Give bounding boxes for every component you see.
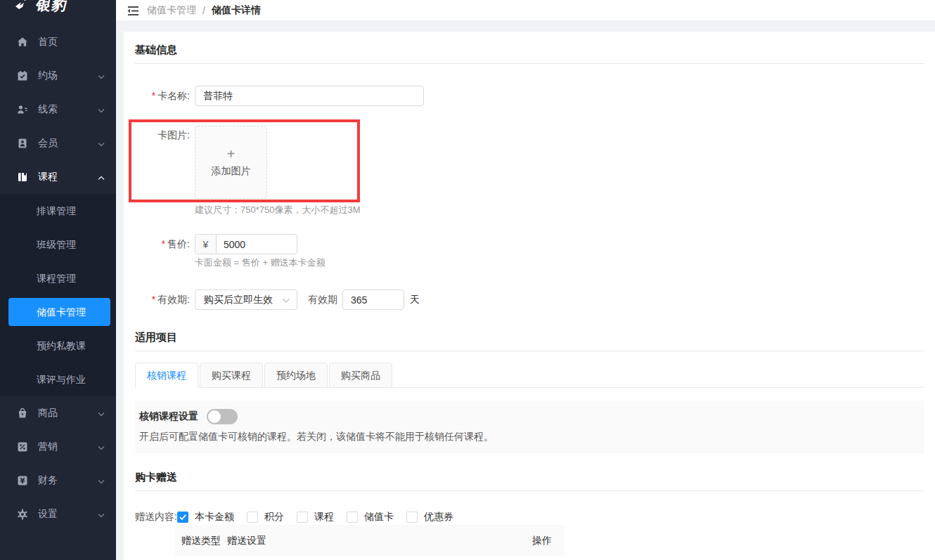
- sidebar-item-review-homework[interactable]: 课评与作业: [0, 363, 116, 396]
- sidebar-item-goods[interactable]: 商品: [0, 396, 116, 430]
- verify-course-panel: 核销课程设置 开启后可配置储值卡可核销的课程。若关闭，该储值卡将不能用于核销任何…: [135, 401, 924, 453]
- sidebar-item-leads[interactable]: 线索: [0, 93, 116, 126]
- yen-icon: ¥: [17, 475, 28, 486]
- add-image-label: 添加图片: [212, 165, 251, 178]
- validity-days-input[interactable]: [342, 289, 404, 310]
- price-label: *售价:: [135, 238, 190, 251]
- breadcrumb-separator: /: [202, 5, 205, 16]
- sidebar-item-marketing[interactable]: 营销: [0, 430, 116, 464]
- breadcrumb-parent[interactable]: 储值卡管理: [147, 4, 196, 17]
- app-window: 银豹 首页 约场: [0, 0, 935, 560]
- required-asterisk: *: [152, 294, 155, 305]
- chevron-down-icon: [98, 70, 105, 82]
- chevron-up-icon: [98, 171, 105, 183]
- sidebar-item-course-mgmt[interactable]: 课程管理: [0, 261, 116, 295]
- sidebar-item-class-mgmt[interactable]: 班级管理: [0, 228, 116, 261]
- checkbox-option-card-amount[interactable]: 本卡金额: [177, 511, 234, 523]
- checkbox-checked-icon: [177, 512, 188, 523]
- app-logo[interactable]: 银豹: [0, 0, 116, 21]
- checkbox-unchecked-icon: [297, 512, 308, 523]
- checkbox-unchecked-icon: [406, 512, 418, 523]
- validity-label: *有效期:: [135, 294, 190, 306]
- checkbox-unchecked-icon: [347, 512, 358, 523]
- validity-mode-select[interactable]: 购买后立即生效: [195, 289, 297, 310]
- sidebar-item-label: 商品: [38, 407, 58, 419]
- card-image-row: 卡图片: + 添加图片: [135, 126, 924, 199]
- section-title-basic-info: 基础信息: [135, 44, 924, 56]
- breadcrumb: 储值卡管理 / 储值卡详情: [139, 4, 261, 17]
- divider: [135, 490, 924, 491]
- price-formula-hint: 卡面金额 = 售价 + 赠送本卡金额: [195, 258, 924, 268]
- price-row: *售价: ¥: [135, 234, 924, 254]
- card-name-label: *卡名称:: [135, 90, 190, 103]
- sidebar-item-home[interactable]: 首页: [0, 25, 116, 59]
- sidebar: 银豹 首页 约场: [0, 0, 116, 560]
- required-asterisk: *: [152, 90, 155, 101]
- chevron-down-icon: [98, 441, 105, 452]
- card-name-row: *卡名称:: [135, 86, 924, 106]
- logo-text: 银豹: [35, 0, 66, 15]
- applicable-tabs: 核销课程 购买课程 预约场地 购买商品: [135, 363, 924, 388]
- sidebar-item-label: 财务: [38, 474, 58, 487]
- chevron-down-icon: [98, 475, 105, 486]
- checkbox-option-course[interactable]: 课程: [297, 511, 334, 523]
- gear-icon: [17, 509, 28, 520]
- course-book-icon: [17, 171, 28, 183]
- gift-table: 赠送类型 赠送设置 操作: [174, 525, 565, 556]
- sidebar-item-label: 约场: [38, 70, 58, 82]
- sidebar-item-label: 线索: [38, 103, 58, 116]
- percent-icon: [17, 441, 28, 452]
- divider: [135, 351, 924, 351]
- tab-buy-course[interactable]: 购买课程: [200, 363, 263, 388]
- sidebar-item-private-lesson[interactable]: 预约私教课: [0, 329, 116, 363]
- card-name-input[interactable]: [195, 86, 424, 106]
- required-asterisk: *: [162, 238, 165, 249]
- verify-course-toggle[interactable]: [207, 409, 238, 424]
- tab-verify-course[interactable]: 核销课程: [135, 363, 198, 388]
- shopping-bag-icon: [17, 408, 28, 419]
- main-content: 基础信息 *卡名称: 卡图片: + 添加图片 建议尺寸：750*7: [116, 20, 935, 560]
- price-input-group: ¥: [195, 234, 297, 254]
- sidebar-item-storedcard-mgmt[interactable]: 储值卡管理: [0, 295, 116, 329]
- sidebar-item-finance[interactable]: ¥ 财务: [0, 464, 116, 497]
- currency-prefix: ¥: [195, 235, 217, 254]
- column-header-action: 操作: [532, 535, 557, 547]
- checkbox-unchecked-icon: [247, 512, 258, 523]
- gift-table-header: 赠送类型 赠送设置 操作: [174, 525, 565, 556]
- tab-book-venue[interactable]: 预约场地: [264, 363, 328, 388]
- basic-info-form: *卡名称: 卡图片: + 添加图片 建议尺寸：750*750像素，大小不超过3M…: [135, 86, 924, 310]
- select-chevron-down-icon: [282, 294, 290, 306]
- price-input[interactable]: [217, 235, 297, 254]
- menu-fold-icon[interactable]: [127, 6, 139, 16]
- active-menu-highlight: 储值卡管理: [8, 298, 110, 326]
- sidebar-item-courses[interactable]: 课程: [0, 160, 116, 194]
- detail-card: 基础信息 *卡名称: 卡图片: + 添加图片 建议尺寸：750*7: [124, 32, 935, 560]
- sidebar-nav: 首页 约场 线索: [0, 25, 116, 531]
- breadcrumb-current: 储值卡详情: [212, 4, 261, 17]
- column-header-gift-setting: 赠送设置: [227, 535, 532, 547]
- gift-content-label: 赠送内容:: [135, 511, 177, 523]
- chevron-down-icon: [98, 104, 105, 115]
- checkbox-option-stored-card[interactable]: 储值卡: [347, 511, 394, 523]
- checkbox-option-points[interactable]: 积分: [247, 511, 284, 523]
- days-unit-label: 天: [410, 294, 420, 306]
- sidebar-item-settings[interactable]: 设置: [0, 497, 116, 531]
- svg-text:¥: ¥: [20, 477, 25, 485]
- checkbox-option-coupon[interactable]: 优惠券: [406, 511, 453, 523]
- chevron-down-icon: [98, 509, 105, 520]
- sidebar-item-label: 课程: [38, 171, 58, 183]
- sidebar-item-booking[interactable]: 约场: [0, 59, 116, 93]
- sidebar-item-schedule-mgmt[interactable]: 排课管理: [0, 194, 116, 228]
- gift-content-row: 赠送内容: 本卡金额 积分 课程: [135, 511, 924, 523]
- add-image-upload-button[interactable]: + 添加图片: [195, 126, 267, 199]
- sidebar-item-label: 设置: [38, 508, 58, 521]
- sidebar-submenu-courses: 排课管理 班级管理 课程管理 储值卡管理 预约私教课 课评与作业: [0, 194, 116, 396]
- column-header-gift-type: 赠送类型: [181, 535, 227, 547]
- verify-course-description: 开启后可配置储值卡可核销的课程。若关闭，该储值卡将不能用于核销任何课程。: [139, 429, 915, 443]
- sidebar-item-members[interactable]: 会员: [0, 126, 116, 160]
- section-title-applicable: 适用项目: [135, 332, 924, 343]
- divider: [135, 63, 924, 64]
- section-title-gift: 购卡赠送: [135, 471, 924, 483]
- chevron-down-icon: [98, 138, 105, 149]
- tab-buy-goods[interactable]: 购买商品: [329, 363, 392, 388]
